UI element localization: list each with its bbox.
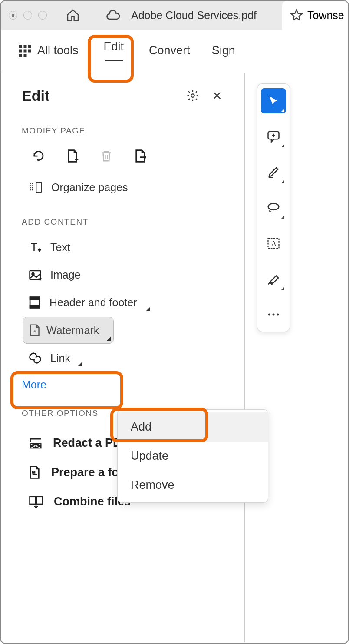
lasso-icon xyxy=(267,202,280,213)
cursor-icon xyxy=(267,95,280,107)
svg-point-24 xyxy=(273,314,275,316)
extract-button[interactable] xyxy=(133,149,148,163)
watermark-label: Watermark xyxy=(46,324,99,337)
organize-pages-button[interactable]: Organize pages xyxy=(2,175,244,200)
svg-rect-1 xyxy=(24,45,27,48)
select-tool[interactable] xyxy=(261,88,286,113)
text-label: Text xyxy=(50,241,70,254)
main-toolbar: All tools Edit Convert Sign xyxy=(1,30,348,72)
svg-rect-6 xyxy=(19,54,22,57)
star-icon xyxy=(290,9,303,22)
combine-icon xyxy=(29,495,43,508)
svg-rect-0 xyxy=(19,45,22,48)
add-page-button[interactable] xyxy=(65,149,80,163)
svg-point-25 xyxy=(277,314,279,316)
sign-label: Sign xyxy=(212,44,235,57)
submenu-indicator xyxy=(281,287,284,290)
svg-rect-14 xyxy=(30,305,40,308)
convert-label: Convert xyxy=(149,44,190,57)
edit-tab[interactable]: Edit xyxy=(96,37,132,64)
organize-label: Organize pages xyxy=(51,181,128,194)
titlebar: Adobe Cloud Services.pdf Townse xyxy=(1,1,348,30)
popup-update-label: Update xyxy=(131,449,168,462)
organize-icon xyxy=(29,181,43,194)
submenu-indicator xyxy=(281,216,284,219)
watermark-icon xyxy=(29,324,40,337)
delete-button[interactable] xyxy=(99,149,114,163)
popup-add-label: Add xyxy=(131,420,151,433)
watermark-button[interactable]: Watermark xyxy=(23,317,114,344)
page-plus-icon xyxy=(66,149,79,163)
add-text-button[interactable]: Text xyxy=(2,236,244,258)
svg-rect-7 xyxy=(24,54,27,57)
close-window-dot[interactable] xyxy=(9,11,17,20)
sign-tab[interactable]: Sign xyxy=(207,41,240,60)
minimize-window-dot[interactable] xyxy=(23,11,32,20)
trash-icon xyxy=(100,149,113,163)
svg-rect-4 xyxy=(24,49,27,52)
all-tools-button[interactable]: All tools xyxy=(15,41,83,60)
close-panel-button[interactable] xyxy=(207,86,227,105)
cloud-icon xyxy=(105,9,121,21)
edit-label: Edit xyxy=(104,40,124,53)
submenu-indicator xyxy=(281,109,284,112)
zoom-window-dot[interactable] xyxy=(38,11,47,20)
watermark-popup: Add Update Remove xyxy=(117,409,268,503)
comment-tool[interactable] xyxy=(261,124,286,149)
edit-panel: Edit MODIFY PAGE Organize pages ADD CONT… xyxy=(2,73,245,642)
add-link-button[interactable]: Link xyxy=(2,347,244,369)
ellipsis-icon xyxy=(267,313,280,316)
signature-tool[interactable] xyxy=(261,266,286,292)
image-label: Image xyxy=(50,269,80,281)
redact-icon xyxy=(29,437,43,449)
modify-icons-row xyxy=(2,136,244,163)
popup-remove[interactable]: Remove xyxy=(118,471,268,500)
panel-title: Edit xyxy=(22,87,183,104)
svg-text:A: A xyxy=(271,240,277,248)
fountain-pen-icon xyxy=(267,272,280,285)
svg-rect-3 xyxy=(19,49,22,52)
highlight-tool[interactable] xyxy=(261,159,286,185)
grid-icon xyxy=(19,45,31,57)
svg-point-8 xyxy=(191,94,194,97)
tab-title[interactable]: Adobe Cloud Services.pdf xyxy=(131,9,257,22)
panel-header: Edit xyxy=(2,86,244,105)
svg-point-20 xyxy=(268,203,279,210)
edit-underline xyxy=(105,60,123,61)
section-add-content: ADD CONTENT xyxy=(2,217,244,227)
popup-add[interactable]: Add xyxy=(118,412,268,442)
settings-button[interactable] xyxy=(183,86,202,105)
page-export-icon xyxy=(134,149,146,163)
textbox-tool[interactable]: A xyxy=(261,231,286,256)
svg-point-23 xyxy=(268,314,270,316)
window-controls xyxy=(9,11,47,20)
svg-rect-2 xyxy=(28,45,31,48)
home-icon[interactable] xyxy=(66,8,80,22)
submenu-indicator xyxy=(281,144,284,147)
lasso-tool[interactable] xyxy=(261,195,286,220)
gear-icon xyxy=(186,89,199,102)
comment-icon xyxy=(267,130,280,143)
form-icon xyxy=(29,465,41,479)
svg-rect-5 xyxy=(28,49,31,52)
header-footer-button[interactable]: Header and footer xyxy=(2,292,244,313)
popup-remove-label: Remove xyxy=(131,478,174,491)
rotate-button[interactable] xyxy=(31,149,46,163)
more-tools[interactable] xyxy=(261,302,286,327)
link-label: Link xyxy=(50,352,70,365)
submenu-indicator xyxy=(281,180,284,183)
svg-rect-18 xyxy=(36,496,42,504)
add-image-button[interactable]: Image xyxy=(2,264,244,285)
popup-update[interactable]: Update xyxy=(118,442,268,471)
tab-2[interactable]: Townse xyxy=(282,1,348,30)
all-tools-label: All tools xyxy=(37,44,79,57)
more-link[interactable]: More xyxy=(2,369,244,401)
more-label: More xyxy=(22,378,46,391)
svg-rect-9 xyxy=(36,183,41,192)
text-icon xyxy=(29,241,42,254)
header-footer-label: Header and footer xyxy=(49,296,137,309)
image-icon xyxy=(29,269,42,281)
chevron-corner-icon xyxy=(107,337,111,341)
header-footer-icon xyxy=(29,296,41,309)
convert-tab[interactable]: Convert xyxy=(145,41,194,60)
